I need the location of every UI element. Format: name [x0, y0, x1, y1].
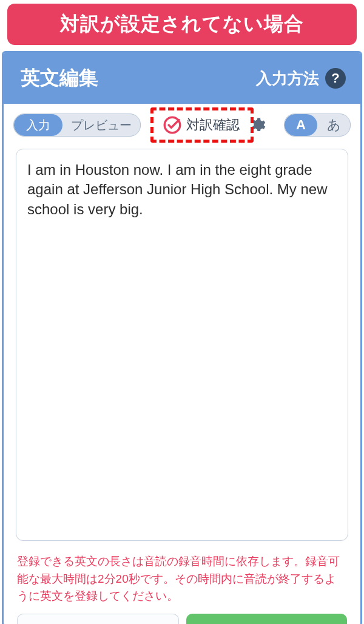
app-header: 英文編集 入力方法 ? [4, 53, 360, 104]
app-frame: 英文編集 入力方法 ? 入力 プレビュー 対訳確認 [2, 51, 362, 624]
help-label: 入力方法 [256, 68, 319, 89]
check-translation-button[interactable]: 対訳確認 [158, 112, 243, 138]
bottom-right-button[interactable] [186, 614, 347, 625]
bottom-buttons-partial [17, 614, 347, 625]
check-translation-label: 対訳確認 [186, 116, 240, 134]
editor-panel[interactable]: I am in Houston now. I am in the eight g… [16, 149, 348, 541]
bottom-left-button[interactable] [17, 614, 179, 625]
svg-point-0 [164, 117, 180, 133]
check-circle-icon [162, 115, 183, 135]
view-mode-toggle: 入力 プレビュー [13, 114, 141, 137]
check-translation-area: 対訳確認 [148, 112, 277, 138]
editor-text[interactable]: I am in Houston now. I am in the eight g… [27, 160, 337, 219]
font-japanese-button[interactable]: あ [317, 114, 350, 136]
help-area[interactable]: 入力方法 ? [256, 68, 346, 89]
banner: 対訳が設定されてない場合 [7, 4, 357, 45]
tab-preview[interactable]: プレビュー [62, 114, 140, 136]
tab-input[interactable]: 入力 [14, 114, 62, 136]
page-title: 英文編集 [21, 65, 98, 92]
gear-icon[interactable] [248, 116, 266, 134]
help-icon[interactable]: ? [325, 68, 346, 89]
font-toggle: A あ [284, 114, 351, 137]
footer-note: 登録できる英文の長さは音読の録音時間に依存します。録音可能な最大時間は2分20秒… [17, 553, 347, 605]
banner-text: 対訳が設定されてない場合 [60, 13, 304, 35]
font-latin-button[interactable]: A [285, 114, 317, 136]
toolbar: 入力 プレビュー 対訳確認 A あ [4, 104, 360, 145]
